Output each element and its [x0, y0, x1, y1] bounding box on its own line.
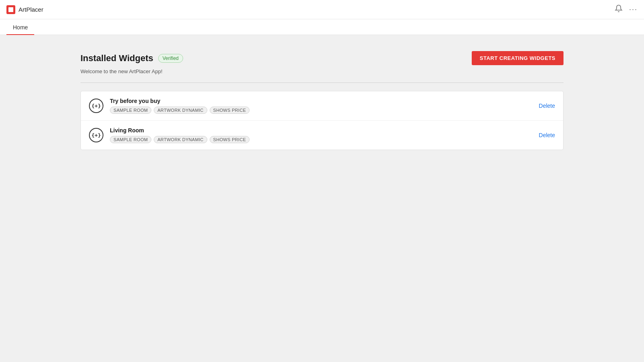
app-name: ArtPlacer [19, 6, 43, 13]
topbar-right: ··· [615, 4, 638, 14]
verified-badge: Verified [158, 54, 183, 63]
notification-icon[interactable] [615, 4, 623, 14]
widget-info: Try before you buy SAMPLE ROOM ARTWORK D… [110, 98, 533, 114]
widget-item: {+} Living Room SAMPLE ROOM ARTWORK DYNA… [81, 121, 563, 150]
widget-icon: {+} [89, 99, 103, 113]
tag-sample-room: SAMPLE ROOM [110, 136, 151, 143]
tag-shows-price: SHOWS PRICE [210, 107, 250, 114]
delete-widget-2-button[interactable]: Delete [539, 132, 555, 138]
main-content: Installed Widgets Verified START CREATIN… [0, 35, 644, 166]
topbar-left: ArtPlacer [6, 5, 43, 14]
start-creating-widgets-button[interactable]: START CREATING WIDGETS [472, 51, 564, 65]
more-menu-icon[interactable]: ··· [629, 5, 638, 14]
page-header: Installed Widgets Verified START CREATIN… [80, 51, 564, 65]
page-subtitle: Welcome to the new ArtPlacer App! [80, 68, 564, 74]
tag-artwork-dynamic: ARTWORK DYNAMIC [154, 107, 207, 114]
topbar: ArtPlacer ··· [0, 0, 644, 19]
widget-tags: SAMPLE ROOM ARTWORK DYNAMIC SHOWS PRICE [110, 107, 533, 114]
widget-item: {+} Try before you buy SAMPLE ROOM ARTWO… [81, 91, 563, 121]
widget-action: Delete [539, 103, 555, 109]
page-title: Installed Widgets [80, 53, 153, 64]
widget-tags: SAMPLE ROOM ARTWORK DYNAMIC SHOWS PRICE [110, 136, 533, 143]
svg-rect-0 [8, 7, 13, 12]
widget-name: Living Room [110, 127, 533, 134]
tabbar: Home [0, 19, 644, 35]
widget-info: Living Room SAMPLE ROOM ARTWORK DYNAMIC … [110, 127, 533, 143]
tag-artwork-dynamic: ARTWORK DYNAMIC [154, 136, 207, 143]
tag-sample-room: SAMPLE ROOM [110, 107, 151, 114]
widget-name: Try before you buy [110, 98, 533, 104]
widget-list: {+} Try before you buy SAMPLE ROOM ARTWO… [80, 91, 564, 150]
delete-widget-1-button[interactable]: Delete [539, 103, 555, 109]
widget-action: Delete [539, 132, 555, 138]
divider [80, 82, 564, 83]
logo-icon [6, 5, 15, 14]
widget-icon: {+} [89, 128, 103, 142]
page-header-left: Installed Widgets Verified [80, 53, 183, 64]
tab-home[interactable]: Home [6, 19, 34, 35]
tag-shows-price: SHOWS PRICE [210, 136, 250, 143]
